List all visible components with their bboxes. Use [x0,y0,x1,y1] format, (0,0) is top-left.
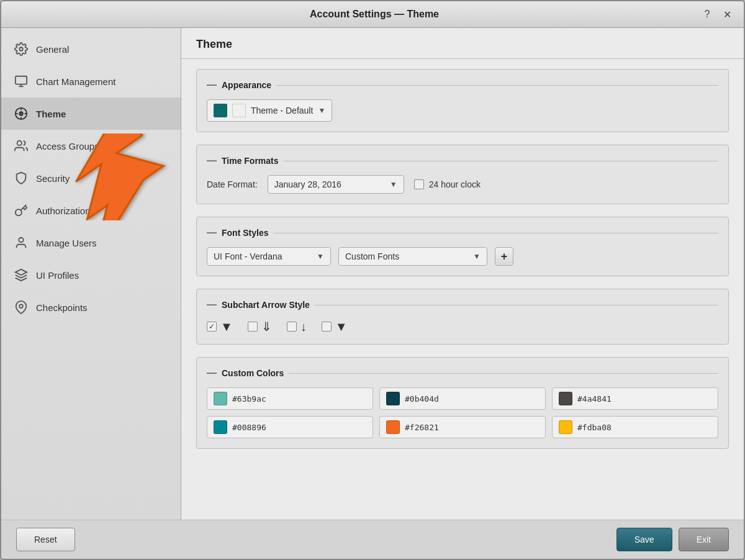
time-formats-section: — Time Formats Date Format: January 28, … [196,145,729,204]
color-item[interactable]: #008896 [207,416,373,438]
custom-colors-section: — Custom Colors #63b9ac#0b404d#4a4841#00… [196,357,729,449]
section-divider [273,233,718,233]
theme-select-dropdown[interactable]: Theme - Default ▼ [207,99,332,122]
chevron-down-icon: ▼ [390,180,397,189]
close-icon[interactable]: ✕ [720,7,734,21]
color-hex-label: #63b9ac [232,394,266,404]
sidebar-item-general[interactable]: General [1,33,181,65]
sidebar-item-chart-management[interactable]: Chart Management [1,65,181,97]
section-title-font: Font Styles [222,228,268,238]
ui-font-dropdown[interactable]: UI Font - Verdana ▼ [207,247,331,266]
sidebar-item-theme[interactable]: Theme [1,97,181,130]
color-item[interactable]: #4a4841 [552,387,718,410]
appearance-section: — Appearance Theme - Default ▼ [196,69,729,132]
save-button[interactable]: Save [616,528,672,551]
section-header-font: — Font Styles [207,227,718,238]
arrow-filled-small2-icon: ▼ [335,320,348,334]
sidebar: General Chart Management [1,28,181,520]
sidebar-item-label: Chart Management [36,76,115,87]
section-divider [284,161,718,161]
svg-rect-2 [16,76,27,84]
arrow-checkbox-1[interactable] [207,322,217,332]
section-title-appearance: Appearance [222,80,271,90]
sidebar-item-label: General [36,44,69,55]
users-icon [14,138,29,153]
color-item[interactable]: #fdba08 [552,416,718,438]
clock-checkbox-row: 24 hour clock [414,179,481,189]
arrow-outline-icon: ⇓ [261,319,272,334]
svg-point-13 [19,238,23,242]
font-styles-row: UI Font - Verdana ▼ Custom Fonts ▼ + [207,247,718,266]
arrow-checkbox-3[interactable] [287,322,297,332]
section-divider [289,373,718,374]
colors-grid: #63b9ac#0b404d#4a4841#008896#f26821#fdba… [207,387,718,438]
gear-icon [14,42,29,56]
sidebar-item-access-groups[interactable]: Access Groups [1,130,181,162]
account-settings-window: Account Settings — Theme ? ✕ [0,0,745,560]
section-title-time: Time Formats [222,156,279,166]
color-hex-label: #4a4841 [577,394,612,404]
subchart-arrow-section: — Subchart Arrow Style ▼ ⇓ [196,289,729,345]
arrow-filled-small-icon: ▼ [220,320,233,334]
section-header-arrow: — Subchart Arrow Style [207,299,718,310]
arrow-style-row: ▼ ⇓ ↓ [207,319,718,334]
footer: Reset Save Exit [1,520,744,559]
chart-icon [14,74,29,89]
sidebar-item-label: Checkpoints [36,302,88,313]
reset-button[interactable]: Reset [16,528,75,551]
font-styles-section: — Font Styles UI Font - Verdana ▼ Custom… [196,217,729,276]
chevron-down-icon: ▼ [318,106,325,115]
arrow-filled-large-icon: ↓ [300,320,307,334]
help-icon[interactable]: ? [700,7,714,21]
color-swatch [559,420,572,434]
svg-point-6 [19,112,23,115]
shield-icon [14,171,29,186]
arrow-checkbox-2[interactable] [248,322,258,332]
user-manage-icon [14,235,29,250]
color-swatch [214,392,227,405]
date-format-dropdown[interactable]: January 28, 2016 ▼ [268,175,404,194]
svg-marker-14 [16,269,27,275]
section-dash: — [207,79,217,91]
exit-button[interactable]: Exit [679,528,729,551]
ui-font-label: UI Font - Verdana [214,251,312,261]
arrow-checkbox-4[interactable] [322,322,332,332]
sidebar-item-checkpoints[interactable]: Checkpoints [1,291,181,323]
section-title-colors: Custom Colors [222,368,284,378]
section-header-colors: — Custom Colors [207,368,718,379]
date-value: January 28, 2016 [274,179,385,189]
panel-body: — Appearance Theme - Default ▼ [181,59,744,520]
add-font-button[interactable]: + [495,247,513,266]
section-dash: — [207,155,217,166]
panel-header: Theme [181,28,744,59]
arrow-option-1: ▼ [207,320,233,334]
sidebar-item-label: UI Profiles [36,270,79,281]
window-title: Account Settings — Theme [48,9,700,20]
main-panel: Theme — Appearance Theme - Default [181,28,744,520]
content-area: General Chart Management [1,28,744,520]
layers-icon [14,268,29,282]
color-item[interactable]: #f26821 [379,416,546,438]
svg-point-1 [19,47,23,51]
clock-label: 24 hour clock [429,179,481,189]
color-hex-label: #fdba08 [577,423,612,432]
sidebar-item-label: Authorization [36,205,91,216]
sidebar-item-ui-profiles[interactable]: UI Profiles [1,259,181,291]
custom-fonts-label: Custom Fonts [345,251,468,261]
custom-fonts-dropdown[interactable]: Custom Fonts ▼ [338,247,487,266]
clock-checkbox[interactable] [414,179,424,189]
sidebar-item-manage-users[interactable]: Manage Users [1,227,181,259]
section-header-appearance: — Appearance [207,79,718,91]
sidebar-item-authorization[interactable]: Authorization [1,194,181,227]
color-item[interactable]: #63b9ac [207,387,373,410]
color-swatch [386,392,400,405]
section-dash: — [207,227,217,238]
svg-point-15 [19,304,23,308]
color-hex-label: #008896 [232,423,266,432]
sidebar-item-security[interactable]: Security [1,162,181,194]
color-hex-label: #f26821 [405,423,439,432]
color-swatch [386,420,400,434]
chevron-down-icon: ▼ [473,252,481,261]
color-item[interactable]: #0b404d [379,387,546,410]
sidebar-item-label: Theme [36,109,66,119]
